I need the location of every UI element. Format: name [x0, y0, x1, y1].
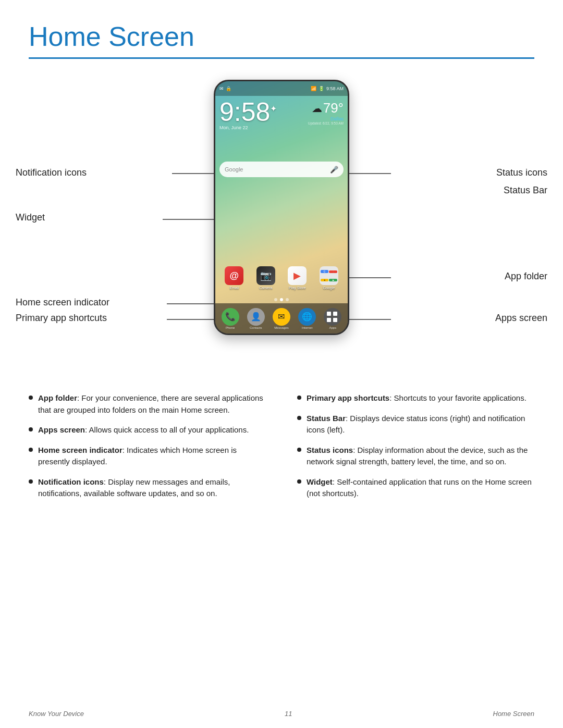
bullet-widget	[297, 479, 301, 484]
weather-icon: ☁	[312, 102, 322, 115]
bullet-notification-icons	[29, 479, 33, 484]
desc-text-apps-screen: Apps screen: Allows quick access to all …	[38, 424, 249, 436]
desc-text-home-screen-indicator: Home screen indicator: Indicates which H…	[38, 445, 266, 468]
app-item-google-folder[interactable]: G 📍 ★ ▶ Google	[320, 266, 338, 290]
google-search-bar[interactable]: Google 🎤	[219, 162, 344, 177]
apps-dock-icon	[324, 308, 341, 326]
internet-dock-label: Internet	[302, 326, 312, 329]
footer-left: Know Your Device	[29, 710, 84, 718]
status-bar-right: 📶 🔋 9:58 AM	[311, 86, 344, 91]
label-primary-app-shortcuts: Primary app shortcuts	[16, 313, 107, 324]
term-notification-icons: Notification icons	[38, 477, 104, 486]
google-folder-icon: G 📍 ★ ▶	[320, 266, 338, 285]
dock-item-internet[interactable]: 🌐 Internet	[298, 308, 316, 329]
dot-3	[286, 298, 289, 301]
term-app-folder: App folder	[38, 393, 77, 402]
term-primary-shortcuts: Primary app shortcuts	[307, 393, 389, 402]
status-bar-left: ✉ 🔒	[219, 86, 231, 91]
desc-text-status-bar: Status Bar: Displays device status icons…	[307, 413, 534, 436]
page-footer: Know Your Device 11 Home Screen	[0, 710, 563, 718]
weather-updated: Updated: 6/22, 9:53 AM	[308, 121, 344, 125]
phone-dock-label: Phone	[226, 326, 235, 329]
contacts-dock-label: Contacts	[250, 326, 262, 329]
play-store-app-icon: ▶	[288, 266, 307, 285]
messages-dock-label: Messages	[274, 326, 288, 329]
header-divider	[29, 57, 534, 59]
phone-dock-icon: 📞	[222, 308, 239, 326]
bullet-app-folder	[29, 396, 33, 400]
bullet-status-bar	[297, 416, 301, 420]
desc-column-right: Primary app shortcuts: Shortcuts to your…	[297, 392, 534, 500]
dock-item-apps[interactable]: Apps	[324, 308, 341, 329]
desc-home-screen-indicator: Home screen indicator: Indicates which H…	[29, 445, 266, 468]
notification-icon-msg: ✉	[219, 86, 224, 91]
label-widget: Widget	[16, 212, 45, 223]
status-bar: ✉ 🔒 📶 🔋 9:58 AM	[215, 81, 348, 96]
desc-text-notification-icons: Notification icons: Display new messages…	[38, 476, 266, 500]
weather-city: Dallas	[308, 116, 344, 121]
play-store-app-label: Play Store	[289, 286, 305, 290]
dock-item-contacts[interactable]: 👤 Contacts	[247, 308, 265, 329]
desc-text-status-icons: Status icons: Display information about …	[307, 445, 534, 468]
diagram-area: Notification icons Widget Home screen in…	[0, 75, 563, 377]
term-home-screen-indicator: Home screen indicator	[38, 446, 123, 454]
page-header: Home Screen	[0, 0, 563, 59]
bullet-primary-shortcuts	[297, 396, 301, 400]
weather-temp: 79°	[323, 100, 344, 116]
clock-display: 9:58✦	[219, 99, 277, 125]
app-item-email[interactable]: @ Email	[225, 266, 243, 290]
term-status-bar: Status Bar	[307, 414, 346, 423]
home-dots	[215, 298, 348, 301]
widget-area: 9:58✦ Mon, June 22 ☁ 79° Dallas Updated:…	[215, 96, 348, 130]
dock-item-phone[interactable]: 📞 Phone	[222, 308, 239, 329]
mic-icon: 🎤	[330, 166, 338, 174]
phone-mockup: ✉ 🔒 📶 🔋 9:58 AM 9:58✦ Mon, June 22	[214, 80, 349, 335]
google-folder-label: Google	[323, 286, 335, 290]
desc-notification-icons: Notification icons: Display new messages…	[29, 476, 266, 500]
app-row: @ Email 📷 Camera ▶ Play Store G �	[215, 262, 348, 292]
bullet-home-screen-indicator	[29, 448, 33, 452]
desc-status-bar: Status Bar: Displays device status icons…	[297, 413, 534, 436]
battery-icon: 🔋	[319, 86, 324, 91]
desc-text-primary-shortcuts: Primary app shortcuts: Shortcuts to your…	[307, 392, 527, 404]
app-item-camera[interactable]: 📷 Camera	[256, 266, 275, 290]
descriptions: App folder: For your convenience, there …	[0, 377, 563, 515]
bullet-status-icons	[297, 448, 301, 452]
desc-column-left: App folder: For your convenience, there …	[29, 392, 266, 500]
notification-icon-lock: 🔒	[226, 86, 231, 91]
desc-status-icons: Status icons: Display information about …	[297, 445, 534, 468]
dock-item-messages[interactable]: ✉ Messages	[273, 308, 290, 329]
clock-time: 9:58	[219, 97, 270, 127]
dot-1	[274, 298, 277, 301]
label-status-bar: Status Bar	[504, 185, 547, 196]
label-status-icons: Status icons	[496, 167, 547, 178]
messages-dock-icon: ✉	[273, 308, 290, 326]
dot-2-active	[280, 298, 283, 301]
footer-page-number: 11	[285, 710, 292, 718]
signal-icon: 📶	[311, 86, 316, 91]
apps-dock-label: Apps	[329, 326, 337, 329]
desc-primary-shortcuts: Primary app shortcuts: Shortcuts to your…	[297, 392, 534, 404]
label-app-folder: App folder	[505, 271, 547, 282]
desc-app-folder: App folder: For your convenience, there …	[29, 392, 266, 416]
internet-dock-icon: 🌐	[298, 308, 316, 326]
phone-screen: ✉ 🔒 📶 🔋 9:58 AM 9:58✦ Mon, June 22	[215, 81, 348, 334]
google-label: Google	[225, 166, 243, 172]
label-apps-screen: Apps screen	[495, 313, 547, 324]
term-apps-screen: Apps screen	[38, 425, 85, 434]
term-widget: Widget	[307, 477, 333, 486]
contacts-dock-icon: 👤	[247, 308, 265, 326]
desc-widget: Widget: Self-contained application that …	[297, 476, 534, 500]
bottom-dock: 📞 Phone 👤 Contacts ✉ Messages 🌐 Internet	[215, 303, 348, 334]
camera-app-icon: 📷	[256, 266, 275, 285]
weather-widget: ☁ 79° Dallas Updated: 6/22, 9:53 AM	[308, 99, 344, 130]
desc-text-app-folder: App folder: For your convenience, there …	[38, 392, 266, 416]
email-app-label: Email	[229, 286, 239, 290]
bullet-apps-screen	[29, 427, 33, 431]
status-time: 9:58 AM	[326, 86, 344, 91]
app-item-play-store[interactable]: ▶ Play Store	[288, 266, 307, 290]
label-notification-icons: Notification icons	[16, 167, 87, 178]
clock-widget: 9:58✦ Mon, June 22	[219, 99, 277, 130]
label-home-screen-indicator: Home screen indicator	[16, 297, 109, 308]
clock-date: Mon, June 22	[219, 125, 277, 130]
